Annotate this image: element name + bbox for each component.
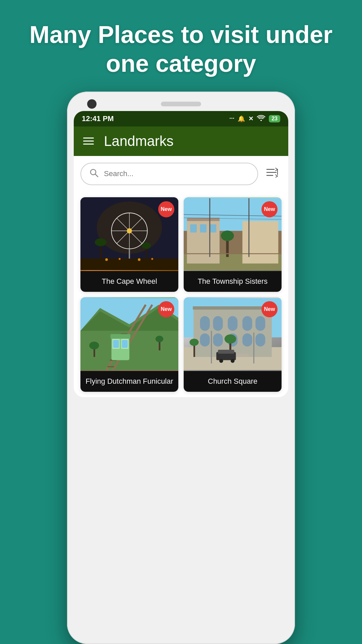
svg-point-35: [221, 230, 234, 241]
township-new-badge: New: [261, 201, 278, 217]
funicular-label: Flying Dutchman Funicular: [80, 371, 178, 392]
svg-point-21: [105, 258, 108, 261]
svg-point-0: [260, 120, 262, 121]
svg-point-24: [151, 258, 153, 260]
card-cape-wheel[interactable]: New The Cape Wheel: [80, 197, 178, 292]
township-label: The Township Sisters: [184, 271, 282, 292]
svg-rect-67: [242, 316, 252, 331]
card-township-image: New: [184, 197, 282, 271]
church-square-new-badge: New: [261, 301, 278, 317]
svg-rect-20: [80, 259, 178, 270]
svg-point-76: [225, 334, 236, 343]
svg-rect-55: [113, 340, 119, 347]
card-township-sisters[interactable]: New The Township Sisters: [184, 197, 282, 292]
phone-top-bar: [74, 98, 288, 111]
svg-rect-30: [190, 224, 196, 232]
sim-icon: ✕: [248, 115, 253, 122]
svg-rect-33: [242, 221, 278, 264]
card-funicular-image: New: [80, 297, 178, 371]
funicular-new-badge: New: [158, 301, 174, 317]
svg-point-23: [138, 258, 140, 261]
svg-rect-68: [255, 316, 265, 331]
card-cape-wheel-image: New: [80, 197, 178, 271]
phone-shell: 12:41 PM ··· 🔔 ✕ 23: [67, 92, 295, 644]
svg-rect-74: [193, 306, 272, 310]
svg-rect-72: [242, 333, 252, 346]
hamburger-menu-button[interactable]: [83, 138, 94, 145]
phone-camera: [87, 99, 97, 109]
svg-point-82: [219, 359, 223, 363]
hero-text: Many Places to visit under one category: [0, 0, 362, 92]
cards-grid: New The Cape Wheel: [74, 192, 288, 397]
svg-rect-81: [218, 350, 234, 354]
svg-rect-56: [122, 340, 128, 347]
cape-wheel-label: The Cape Wheel: [80, 271, 178, 292]
battery-badge: 23: [269, 115, 280, 122]
svg-point-78: [190, 338, 199, 345]
card-church-square[interactable]: New Church Square: [184, 297, 282, 392]
search-box[interactable]: [80, 163, 258, 185]
svg-point-58: [89, 341, 99, 349]
svg-rect-66: [228, 316, 237, 331]
svg-rect-54: [111, 334, 130, 339]
card-flying-dutchman[interactable]: New Flying Dutchman Funicular: [80, 297, 178, 392]
hamburger-line-1: [83, 138, 94, 139]
svg-rect-64: [200, 316, 210, 331]
hamburger-line-2: [83, 141, 94, 142]
svg-point-83: [231, 359, 235, 363]
svg-rect-69: [200, 333, 210, 346]
wifi-icon: [257, 114, 265, 123]
cape-wheel-new-badge: New: [158, 201, 174, 217]
svg-rect-77: [193, 344, 195, 357]
bell-icon: 🔔: [238, 115, 245, 122]
status-bar: 12:41 PM ··· 🔔 ✕ 23: [74, 111, 288, 126]
svg-rect-70: [213, 333, 223, 346]
svg-rect-63: [193, 308, 272, 357]
search-icon: [89, 168, 99, 180]
svg-rect-73: [255, 333, 265, 346]
svg-rect-65: [213, 316, 223, 331]
phone-speaker: [161, 102, 201, 106]
svg-point-17: [95, 238, 107, 246]
svg-line-2: [95, 174, 98, 177]
svg-rect-31: [200, 224, 206, 232]
app-bar: Landmarks: [74, 126, 288, 156]
hamburger-line-3: [83, 144, 94, 145]
search-container: [74, 156, 288, 192]
app-title: Landmarks: [104, 133, 174, 149]
svg-point-22: [119, 258, 121, 260]
svg-rect-32: [210, 224, 216, 232]
church-square-label: Church Square: [184, 371, 282, 392]
svg-point-60: [156, 336, 163, 342]
phone-screen: 12:41 PM ··· 🔔 ✕ 23: [74, 111, 288, 397]
svg-point-19: [142, 242, 151, 249]
svg-point-14: [127, 228, 132, 233]
status-icons: ··· 🔔 ✕ 23: [229, 114, 280, 123]
dots-icon: ···: [229, 115, 234, 122]
search-input[interactable]: [104, 169, 249, 178]
status-time: 12:41 PM: [82, 114, 114, 123]
sort-filter-button[interactable]: [263, 165, 282, 183]
card-church-image: New: [184, 297, 282, 371]
